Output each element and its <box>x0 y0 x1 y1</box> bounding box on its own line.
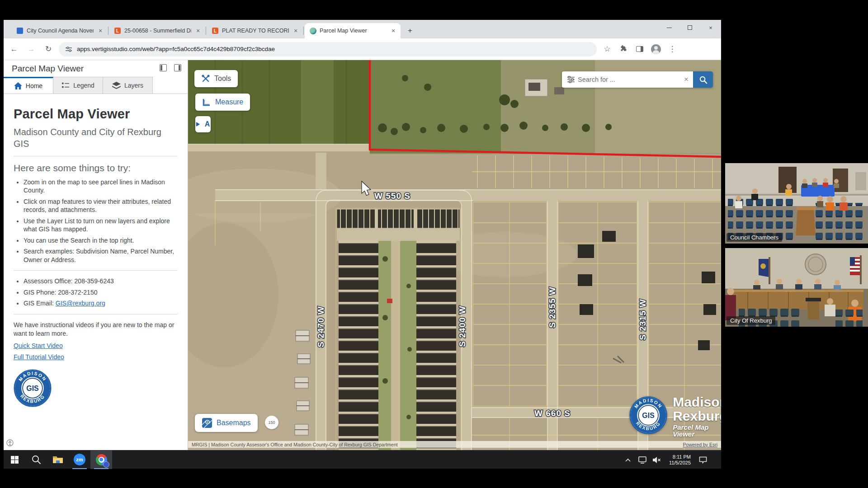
text-label-tool-button[interactable]: A <box>195 116 211 132</box>
tab-layers[interactable]: Layers <box>103 77 153 94</box>
document-icon <box>16 27 24 34</box>
search-icon <box>699 75 708 84</box>
chrome-button[interactable] <box>90 450 112 469</box>
windows-logo-icon <box>11 456 19 464</box>
tray-chevron-up-icon[interactable] <box>622 450 634 469</box>
map-attribution: MRGIS | Madison County Assessor's Office… <box>188 441 721 448</box>
window-controls: × <box>659 20 721 35</box>
map-search-widget: × <box>562 71 713 88</box>
profile-avatar[interactable] <box>651 44 661 54</box>
tab-home[interactable]: Home <box>4 77 53 94</box>
app-title: Parcel Map Viewer <box>12 64 84 74</box>
meeting-badge-icon <box>103 461 109 468</box>
contact-list: Assessors Office: 208-359-6243 GIS Phone… <box>14 277 178 307</box>
aerial-imagery: W 550 S W 660 S S 2470 W S 2400 W S 2355… <box>188 60 721 450</box>
quick-start-video-link[interactable]: Quick Start Video <box>14 342 178 349</box>
video-feed-council-chambers: Council Chambers <box>725 163 868 244</box>
file-explorer-button[interactable] <box>47 450 69 469</box>
tab-home-label: Home <box>26 82 42 89</box>
tip-item: Use the Layer List to turn on new layers… <box>24 217 178 234</box>
street-label-w660s: W 660 S <box>534 408 571 418</box>
full-tutorial-video-link[interactable]: Full Tutorial Video <box>14 353 178 361</box>
tab-legend-label: Legend <box>73 82 94 89</box>
street-label-s2470w: S 2470 W <box>316 306 326 347</box>
extensions-icon[interactable] <box>618 44 628 54</box>
layers-icon <box>112 82 121 89</box>
browser-tabstrip: City Council Agenda Novembe × L 25-00658… <box>4 20 721 38</box>
address-bar[interactable]: apps.vertigisstudio.com/web/?app=fc5a0cc… <box>59 42 597 56</box>
contact-assessor: Assessors Office: 208-359-6243 <box>24 277 178 285</box>
clear-search-icon[interactable]: × <box>679 75 693 84</box>
tools-button[interactable]: Tools <box>194 70 238 87</box>
tab-plat-ready[interactable]: L PLAT READY TO RECORD 10.13 × <box>207 23 303 38</box>
tab-legend[interactable]: Legend <box>53 77 103 94</box>
browser-toolbar: ← → ↻ apps.vertigisstudio.com/web/?app=f… <box>4 38 721 60</box>
contact-gis-email: GIS Email: GIS@rexburg.org <box>24 299 178 307</box>
taskbar-search-button[interactable] <box>25 450 47 469</box>
divider <box>14 156 178 156</box>
ruler-icon <box>202 98 211 107</box>
divider <box>14 270 178 271</box>
taskbar-clock[interactable]: 8:11 PM 11/5/2025 <box>665 454 694 466</box>
accessibility-icon[interactable] <box>6 439 14 446</box>
laserfiche-icon: L <box>114 27 121 34</box>
tab-label: 25-00658 - Summerfield Div 10 <box>124 28 191 34</box>
measure-label: Measure <box>215 98 243 106</box>
new-tab-button[interactable]: + <box>404 24 416 37</box>
feed-label: City Of Rexburg <box>726 316 775 325</box>
contact-gis-phone: GIS Phone: 208-372-2150 <box>24 288 178 296</box>
bookmark-star-icon[interactable]: ☆ <box>602 44 612 54</box>
desktop-capture: City Council Agenda Novembe × L 25-00658… <box>4 20 721 469</box>
folder-icon <box>52 455 63 464</box>
basemaps-label: Basemaps <box>217 419 251 427</box>
zoom-app-button[interactable]: zm <box>69 450 90 469</box>
search-icon <box>31 455 41 465</box>
scale-badge[interactable]: 150 <box>265 416 278 429</box>
reload-icon[interactable]: ↻ <box>42 42 55 56</box>
gis-email-link[interactable]: GIS@rexburg.org <box>56 300 105 307</box>
close-tab-icon[interactable]: × <box>97 27 104 34</box>
dock-panel-right-icon[interactable] <box>174 64 181 71</box>
logo-center-text: GIS <box>26 385 38 392</box>
forward-icon[interactable]: → <box>24 42 38 56</box>
close-tab-icon[interactable]: × <box>292 27 299 34</box>
map-search-input[interactable] <box>575 76 679 83</box>
dock-panel-left-icon[interactable] <box>160 64 167 71</box>
measure-button[interactable]: Measure <box>195 94 250 111</box>
legend-icon <box>61 82 70 89</box>
tab-label: PLAT READY TO RECORD 10.13 <box>222 28 289 34</box>
close-button[interactable]: × <box>700 20 721 35</box>
tab-label: City Council Agenda Novembe <box>27 28 94 34</box>
map-canvas[interactable]: W 550 S W 660 S S 2470 W S 2400 W S 2355… <box>188 60 721 450</box>
maximize-button[interactable] <box>679 20 700 35</box>
basemaps-button[interactable]: Basemaps <box>195 414 258 432</box>
brand-line1: Madison <box>673 395 721 409</box>
action-center-icon[interactable] <box>697 450 709 469</box>
tray-volume-muted-icon[interactable] <box>651 450 663 469</box>
powered-by-esri-link[interactable]: Powered by Esri <box>683 442 717 447</box>
arrow-icon <box>196 122 201 127</box>
search-filter-icon[interactable] <box>567 75 575 84</box>
tray-display-icon[interactable] <box>637 450 648 469</box>
side-panel-icon[interactable] <box>635 44 645 54</box>
app-sidebar: Parcel Map Viewer Home <box>4 60 188 450</box>
tab-parcel-map-viewer[interactable]: Parcel Map Viewer × <box>305 23 401 38</box>
tip-item: Click on map features to view their attr… <box>24 197 178 214</box>
close-tab-icon[interactable]: × <box>390 27 397 34</box>
tab-city-council-agenda[interactable]: City Council Agenda Novembe × <box>12 23 108 38</box>
search-submit-button[interactable] <box>693 71 713 88</box>
back-icon[interactable]: ← <box>7 42 21 56</box>
start-button[interactable] <box>4 450 25 469</box>
tab-summerfield[interactable]: L 25-00658 - Summerfield Div 10 × <box>109 23 205 38</box>
windows-taskbar: zm 8:11 PM 11/5/2025 <box>4 450 721 469</box>
street-label-w550s: W 550 S <box>374 191 410 201</box>
street-label-s2400w: S 2400 W <box>458 305 467 347</box>
close-tab-icon[interactable]: × <box>194 27 202 34</box>
tip-item: Zoom in on the map to see parcel lines i… <box>24 178 178 195</box>
council-chambers-video <box>725 163 868 244</box>
menu-kebab-icon[interactable]: ⋮ <box>667 44 677 54</box>
tab-label: Parcel Map Viewer <box>320 28 387 34</box>
laserfiche-icon: L <box>212 27 219 34</box>
feed-label: Council Chambers <box>726 233 782 242</box>
minimize-button[interactable] <box>659 20 679 35</box>
